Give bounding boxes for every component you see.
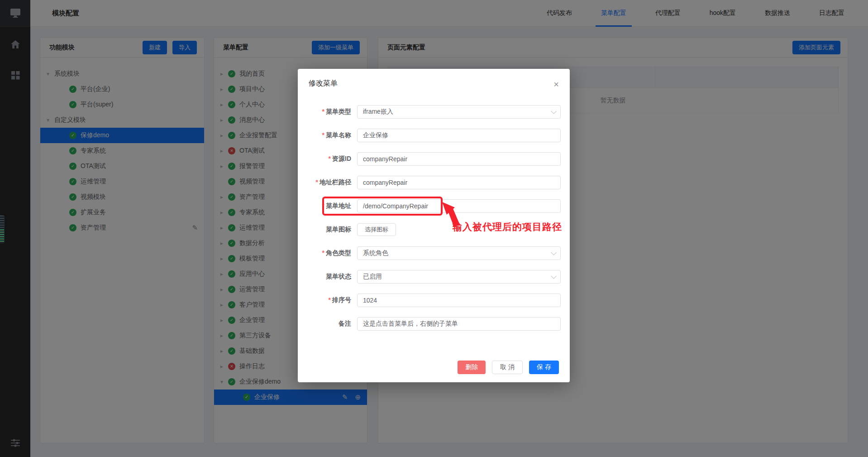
required-asterisk: * (322, 108, 324, 115)
required-asterisk: * (316, 178, 318, 186)
field-label-text: 菜单图标 (326, 226, 351, 233)
edit-menu-form: *菜单类型 iframe嵌入 iframe嵌入 *菜单名称 企业保修 企业保修 (298, 105, 570, 341)
field-label: *菜单名称 (298, 131, 351, 140)
text-input[interactable] (357, 317, 561, 331)
select-field[interactable]: iframe嵌入 (357, 105, 561, 119)
field-label-text: 菜单名称 (326, 131, 351, 139)
modal-footer-button[interactable]: 删除 (458, 361, 486, 374)
select-value: 系统角色 (363, 249, 388, 257)
field-label: *菜单类型 (298, 108, 351, 116)
button-label: 取 消 (500, 363, 515, 370)
button-label: 保 存 (537, 363, 551, 370)
button-label: 删除 (465, 363, 478, 370)
field-label-text: 资源ID (332, 155, 351, 162)
edit-menu-modal: 修改菜单 *菜单类型 iframe嵌入 iframe嵌入 *菜单名称 企业保修 (298, 69, 570, 382)
text-input[interactable] (357, 152, 561, 166)
field-label-text: 角色类型 (326, 249, 351, 256)
select-value: 已启用 (363, 273, 382, 281)
chevron-down-icon (551, 250, 557, 255)
chevron-down-icon (551, 273, 557, 279)
text-input[interactable] (357, 199, 561, 213)
form-row: *菜单图标 选择图标 选择图标 (298, 223, 570, 236)
field-label-text: 菜单状态 (326, 273, 351, 280)
field-label-text: 排序号 (332, 296, 351, 303)
form-row: *菜单类型 iframe嵌入 iframe嵌入 (298, 105, 570, 119)
form-row: *备注 这是点击首菜单后，右侧的子菜单 这是点击首菜单后，右侧的子菜单 (298, 317, 570, 331)
select-field[interactable]: 已启用 (357, 270, 561, 284)
chevron-down-icon (551, 108, 557, 114)
text-input[interactable] (357, 176, 561, 189)
field-label: *菜单状态 (298, 273, 351, 281)
required-asterisk: * (329, 296, 331, 303)
select-field[interactable]: 系统角色 (357, 246, 561, 260)
form-row: *资源ID companyRepair companyRepair (298, 152, 570, 166)
form-row: *地址栏路径 companyRepair companyRepair (298, 176, 570, 189)
field-label: *排序号 (298, 296, 351, 304)
form-row: *菜单地址 /demo/CompanyRepair /demo/CompanyR… (298, 199, 570, 213)
text-input[interactable] (357, 129, 561, 142)
field-label: *资源ID (298, 155, 351, 163)
text-input[interactable] (357, 293, 561, 307)
field-label-text: 菜单类型 (326, 108, 351, 115)
form-row: *排序号 1024 1024 (298, 293, 570, 307)
modal-title: 修改菜单 (309, 79, 338, 88)
field-label: *角色类型 (298, 249, 351, 257)
select-value: iframe嵌入 (363, 108, 393, 116)
choose-icon-button[interactable]: 选择图标 (357, 223, 396, 236)
required-asterisk: * (329, 155, 331, 162)
field-label: *备注 (298, 320, 351, 328)
required-asterisk: * (322, 131, 324, 139)
form-row: *菜单名称 企业保修 企业保修 (298, 129, 570, 142)
field-label: *菜单图标 (298, 226, 351, 234)
field-label: *地址栏路径 (298, 178, 351, 187)
modal-footer-button[interactable]: 保 存 (529, 361, 559, 374)
modal-footer-button[interactable]: 取 消 (492, 361, 523, 374)
field-label-text: 菜单地址 (326, 202, 351, 209)
field-label-text: 地址栏路径 (320, 178, 351, 186)
app-root: 模块配置 代码发布 菜单配置 代理配置 hook配置 数据推送 日志配置 (0, 0, 868, 457)
required-asterisk: * (322, 249, 324, 256)
modal-footer: 删除取 消保 存 (458, 361, 559, 374)
required-asterisk: * (322, 202, 324, 209)
close-icon[interactable] (553, 80, 559, 89)
field-label: *菜单地址 (298, 202, 351, 210)
form-row: *菜单状态 已启用 已启用 (298, 270, 570, 284)
form-row: *角色类型 系统角色 系统角色 (298, 246, 570, 260)
choose-icon-label: 选择图标 (365, 226, 388, 233)
field-label-text: 备注 (339, 320, 351, 327)
